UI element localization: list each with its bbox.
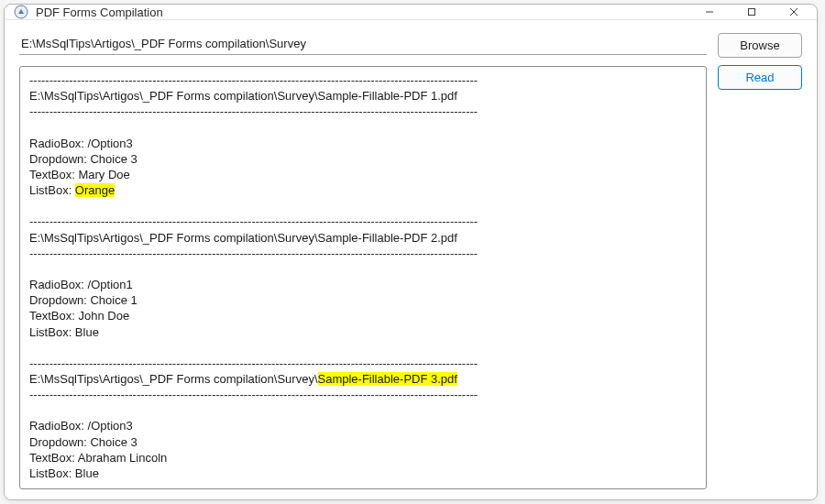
- output-textbox[interactable]: ----------------------------------------…: [19, 66, 707, 489]
- left-column: ----------------------------------------…: [19, 33, 707, 489]
- window-controls: [688, 5, 815, 19]
- app-icon: [14, 5, 28, 19]
- window-title: PDF Forms Compilation: [36, 5, 688, 19]
- app-window: PDF Forms Compilation ------------------…: [4, 4, 818, 500]
- titlebar: PDF Forms Compilation: [5, 5, 817, 20]
- browse-button[interactable]: Browse: [718, 33, 802, 58]
- svg-rect-2: [749, 9, 755, 16]
- maximize-button[interactable]: [731, 5, 773, 19]
- folder-path-input[interactable]: [19, 33, 707, 55]
- client-area: ----------------------------------------…: [5, 20, 817, 504]
- minimize-button[interactable]: [688, 5, 731, 19]
- read-button[interactable]: Read: [718, 65, 802, 90]
- right-column: Browse Read: [718, 33, 802, 90]
- close-button[interactable]: [773, 5, 815, 19]
